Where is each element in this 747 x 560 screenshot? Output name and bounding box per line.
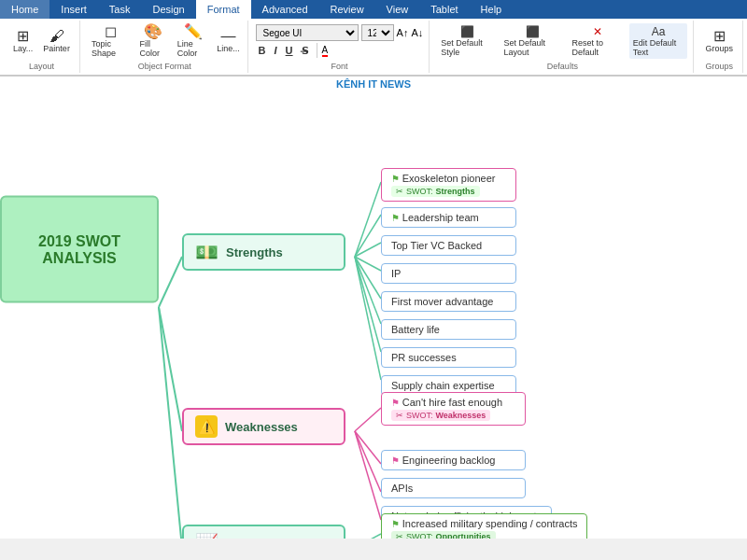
font-row-1: Segoe UI 12 A↑ A↓ [256,24,424,41]
svg-line-3 [355,182,381,257]
reset-to-default-btn[interactable]: ✕ Reset to Default [569,23,627,59]
item-apis-label: APIs [391,483,413,494]
item-ip[interactable]: IP [381,263,516,284]
painter-label: Painter [43,44,70,53]
tab-help[interactable]: Help [470,0,514,19]
item-first-mover[interactable]: First mover advantage [381,291,516,312]
font-grow-btn[interactable]: A↑ [397,27,409,38]
layout-painter-btn[interactable]: 🖌 Painter [39,27,74,55]
scissors-icon-w: ✂ [396,411,403,420]
tab-format[interactable]: Format [196,0,251,19]
svg-line-5 [355,243,381,257]
tab-insert[interactable]: Insert [49,0,98,19]
svg-line-6 [355,257,381,271]
brand-watermark: KÊNH IT NEWS [336,78,411,90]
tab-view[interactable]: View [375,0,420,19]
svg-line-14 [355,431,381,520]
set-default-layout-btn[interactable]: ⬛ Set Default Layout [500,23,565,59]
set-default-style-btn[interactable]: ⬛ Set Default Style [437,23,497,59]
item-supply-chain-label: Supply chain expertise [391,380,495,391]
reset-label: Reset to Default [572,38,623,57]
bold-btn[interactable]: B [256,44,269,57]
cat-node-opportunities[interactable]: 📈 Opportunities [182,525,345,539]
swot-tag-opportunities: ✂ SWOT: Opportunities [391,531,496,539]
group-font-title: Font [331,62,347,71]
svg-line-12 [355,431,381,464]
item-ip-label: IP [391,268,401,279]
svg-line-9 [355,257,381,352]
strengths-label: Strengths [226,245,283,259]
font-shrink-btn[interactable]: A↓ [411,27,423,38]
swot-strengths-text: SWOT: [406,187,433,196]
cat-node-strengths[interactable]: 💵 Strengths [182,233,345,271]
line-color-btn[interactable]: ✏️ Line Color [174,22,213,60]
group-defaults-title: Defaults [547,62,578,71]
font-family-select[interactable]: Segoe UI [256,24,359,41]
font-color-btn[interactable]: A [322,45,329,57]
swot-weaknesses-value: Weaknesses [436,411,486,420]
swot-opportunities-text: SWOT: [406,532,433,539]
item-leadership[interactable]: ⚑ Leadership team [381,207,516,228]
painter-icon: 🖌 [49,29,64,44]
italic-btn[interactable]: I [272,44,280,57]
topic-shape-icon: ◻ [105,24,117,39]
item-pr-label: PR successes [391,352,457,363]
weaknesses-label: Weaknesses [225,420,298,434]
topic-shape-btn[interactable]: ◻ Topic Shape [88,22,134,60]
item-cant-hire-label: Can't hire fast enough [402,397,502,408]
tab-task[interactable]: Task [98,0,142,19]
set-layout-label: Set Default Layout [503,38,561,57]
swot-tag-weaknesses: ✂ SWOT: Weaknesses [391,410,490,421]
set-style-label: Set Default Style [441,38,493,57]
svg-line-4 [355,215,381,257]
item-exoskeleton[interactable]: ⚑ Exoskeleton pioneer ✂ SWOT: Strengths [381,168,516,202]
item-military-label: Increased military spending / contracts [402,518,578,529]
cat-node-weaknesses[interactable]: ⚠️ Weaknesses [182,408,345,445]
set-layout-icon: ⬛ [526,25,540,38]
flag-icon-1: ⚑ [391,174,402,184]
tab-tablet[interactable]: Tablet [419,0,469,19]
line-style-btn[interactable]: — Line... [215,27,241,55]
strikethrough-btn[interactable]: S̶ [299,44,312,58]
item-battery-label: Battery life [391,324,440,335]
flag-icon-w1: ⚑ [391,398,402,408]
underline-btn[interactable]: U [283,44,296,57]
group-layout: ⊞ Lay... 🖌 Painter Layout [4,21,80,73]
strengths-icon: 💵 [195,241,218,263]
item-leadership-label: Leadership team [402,212,479,223]
item-apis[interactable]: APIs [381,478,526,498]
flag-icon-2: ⚑ [391,213,402,223]
edit-text-icon: Aa [652,25,666,38]
topic-shape-label: Topic Shape [92,39,130,58]
tab-review[interactable]: Review [319,0,375,19]
swot-opportunities-value: Opportunities [436,532,491,539]
swot-tag-strengths: ✂ SWOT: Strengths [391,186,480,197]
group-icon: ⊞ [713,29,726,44]
item-vc-backed[interactable]: Top Tier VC Backed [381,235,516,256]
opportunities-label: Opportunities [226,537,305,539]
font-controls: Segoe UI 12 A↑ A↓ B I U S̶ A [256,24,424,58]
line-style-icon: — [221,29,236,44]
tab-advanced[interactable]: Advanced [251,0,319,19]
item-military[interactable]: ⚑ Increased military spending / contract… [381,513,587,539]
svg-line-8 [355,257,381,324]
central-node[interactable]: 2019 SWOT ANALYSIS [0,196,159,303]
fill-color-btn[interactable]: 🎨 Fill Color [136,22,171,60]
tab-design[interactable]: Design [141,0,195,19]
ribbon-tabs: Home Insert Task Design Format Advanced … [0,0,747,19]
ribbon: Home Insert Task Design Format Advanced … [0,0,747,77]
item-pr[interactable]: PR successes [381,347,516,368]
group-btn[interactable]: ⊞ Groups [701,27,737,55]
svg-line-2 [159,307,182,539]
edit-default-text-btn[interactable]: Aa Edit Default Text [629,23,688,59]
font-size-select[interactable]: 12 [361,24,394,41]
item-battery[interactable]: Battery life [381,319,516,340]
ribbon-body: ⊞ Lay... 🖌 Painter Layout ◻ Topic Shape … [0,19,747,76]
item-eng-backlog[interactable]: ⚑ Engineering backlog [381,450,526,470]
layout-btn[interactable]: ⊞ Lay... [9,27,36,55]
tab-home[interactable]: Home [0,0,49,19]
line-style-label: Line... [217,44,240,53]
item-cant-hire[interactable]: ⚑ Can't hire fast enough ✂ SWOT: Weaknes… [381,392,526,426]
layout-label: Lay... [13,44,33,53]
swot-strengths-value: Strengths [436,187,475,196]
